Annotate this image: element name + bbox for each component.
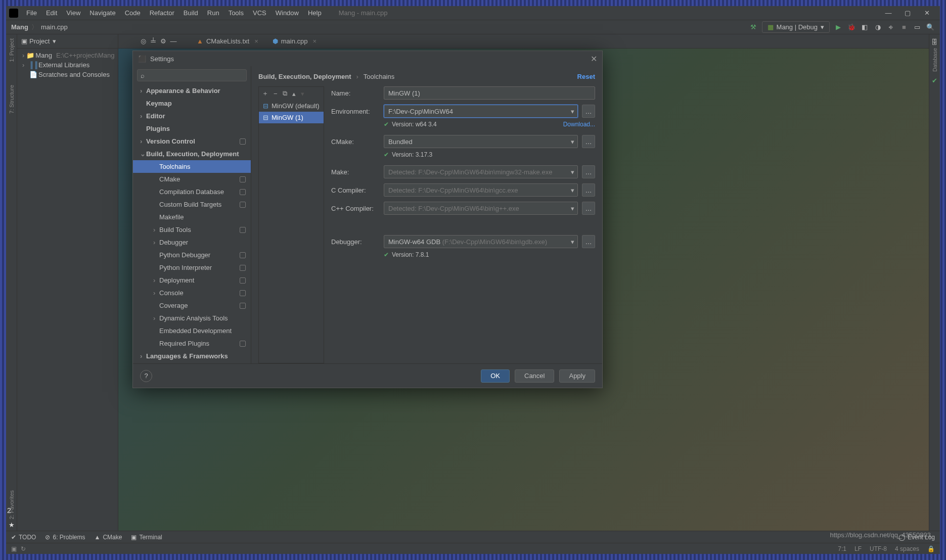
tab-main-cpp[interactable]: ⬢main.cpp× xyxy=(266,35,323,48)
settings-tree-item[interactable]: ›Console xyxy=(133,287,251,299)
reload-icon[interactable]: ↻ xyxy=(21,545,26,552)
minimize-icon[interactable]: — xyxy=(881,8,895,18)
toolchain-item[interactable]: ⊟MinGW (1) xyxy=(259,112,324,123)
apply-button[interactable]: Apply xyxy=(559,369,595,383)
chevron-down-icon[interactable]: ▾ xyxy=(571,168,574,176)
browse-button[interactable]: … xyxy=(582,105,595,118)
cancel-button[interactable]: Cancel xyxy=(515,369,554,383)
database-icon[interactable]: 🗄 xyxy=(931,38,938,46)
gear-icon[interactable]: ⚙ xyxy=(159,37,168,46)
reset-link[interactable]: Reset xyxy=(577,73,595,80)
coverage-icon[interactable]: ◧ xyxy=(860,23,869,32)
chevron-down-icon[interactable]: ▾ xyxy=(53,37,56,45)
make-field[interactable]: Detected: F:\Dev-Cpp\MinGW64\bin\mingw32… xyxy=(384,165,578,178)
readonly-icon[interactable]: 🔒 xyxy=(927,545,935,552)
menu-edit[interactable]: Edit xyxy=(42,8,61,18)
line-sep[interactable]: LF xyxy=(854,545,862,552)
tab-cmakelists[interactable]: ▲CMakeLists.txt× xyxy=(190,35,265,48)
tool-windows-icon[interactable]: ▣ xyxy=(11,545,17,552)
ok-button[interactable]: OK xyxy=(481,369,510,383)
settings-search[interactable]: ⌕ xyxy=(137,69,247,81)
collapse-icon[interactable]: ╧ xyxy=(149,37,158,46)
browse-button[interactable]: … xyxy=(582,235,595,248)
browse-button[interactable]: … xyxy=(582,165,595,178)
cmake-tab[interactable]: ▲ CMake xyxy=(94,534,122,541)
target-icon[interactable]: ◎ xyxy=(139,37,148,46)
settings-tree-item[interactable]: Keymap xyxy=(133,97,251,110)
todo-tab[interactable]: ✔ TODO xyxy=(11,534,36,541)
tool-favorites-tab[interactable]: 2: Favorites xyxy=(9,490,15,519)
settings-tree-item[interactable]: ›Appearance & Behavior xyxy=(133,84,251,97)
close-icon[interactable]: ✕ xyxy=(920,8,934,18)
menu-window[interactable]: Window xyxy=(272,8,303,18)
name-field[interactable]: MinGW (1) xyxy=(384,86,595,100)
dbg-field[interactable]: MinGW-w64 GDB (F:\Dev-Cpp\MinGW64\bin\gd… xyxy=(384,235,578,248)
toolchain-item[interactable]: ⊟MinGW (default) xyxy=(259,100,324,112)
encoding[interactable]: UTF-8 xyxy=(870,545,887,552)
remove-icon[interactable]: − xyxy=(274,90,278,98)
cmake-field[interactable]: Bundled▾ xyxy=(384,135,578,148)
settings-tree-item[interactable]: Required Plugins xyxy=(133,337,251,350)
env-field[interactable]: F:\Dev-Cpp\MinGW64▾ xyxy=(384,105,578,118)
up-icon[interactable]: ▴ xyxy=(292,90,296,98)
chevron-down-icon[interactable]: ▾ xyxy=(571,108,574,115)
stop-icon[interactable]: ■ xyxy=(899,23,909,32)
add-icon[interactable]: ＋ xyxy=(262,89,268,98)
download-link[interactable]: Download... xyxy=(563,121,595,128)
chevron-down-icon[interactable]: ▾ xyxy=(571,238,574,246)
help-button[interactable]: ? xyxy=(140,370,152,382)
breadcrumb-project[interactable]: Mang xyxy=(11,23,28,31)
settings-tree-item[interactable]: Custom Build Targets xyxy=(133,198,251,211)
menu-tools[interactable]: Tools xyxy=(224,8,248,18)
breadcrumb-parent[interactable]: Build, Execution, Deployment xyxy=(258,73,351,80)
settings-tree-item[interactable]: Toolchains xyxy=(133,160,251,173)
menu-code[interactable]: Code xyxy=(121,8,145,18)
down-icon[interactable]: ▾ xyxy=(301,90,304,98)
close-icon[interactable]: × xyxy=(312,37,317,45)
attach-icon[interactable]: ⎆ xyxy=(886,23,895,32)
menu-navigate[interactable]: Navigate xyxy=(85,8,119,18)
external-libs[interactable]: ›║║ External Libraries xyxy=(17,60,118,70)
browse-button[interactable]: … xyxy=(582,135,595,148)
tool-database-tab[interactable]: Database xyxy=(932,48,938,72)
terminal-tab[interactable]: ▣ Terminal xyxy=(131,534,162,541)
chevron-down-icon[interactable]: ▾ xyxy=(571,138,574,146)
browse-button[interactable]: … xyxy=(582,202,595,215)
settings-tree-item[interactable]: ›Languages & Frameworks xyxy=(133,350,251,362)
settings-tree-item[interactable]: Embedded Development xyxy=(133,324,251,337)
tool-structure-tab[interactable]: 7: Structure xyxy=(9,85,15,114)
chevron-down-icon[interactable]: ▾ xyxy=(571,205,574,212)
scratches[interactable]: 📄 Scratches and Consoles xyxy=(17,70,118,79)
settings-tree-item[interactable]: ›Tools xyxy=(133,362,251,363)
debug-icon[interactable]: 🐞 xyxy=(847,23,856,32)
maximize-icon[interactable]: ▢ xyxy=(900,8,915,18)
menu-refactor[interactable]: Refactor xyxy=(146,8,178,18)
menu-view[interactable]: View xyxy=(62,8,84,18)
cxx-field[interactable]: Detected: F:\Dev-Cpp\MinGW64\bin\g++.exe… xyxy=(384,202,578,215)
tool-project-tab[interactable]: 1: Project xyxy=(9,38,15,62)
settings-tree-item[interactable]: Python Debugger xyxy=(133,249,251,261)
menu-build[interactable]: Build xyxy=(179,8,202,18)
run-config-select[interactable]: ▦ Mang | Debug ▾ xyxy=(762,21,830,33)
menu-help[interactable]: Help xyxy=(304,8,326,18)
profile-icon[interactable]: ◑ xyxy=(873,23,882,32)
menu-run[interactable]: Run xyxy=(203,8,223,18)
indent[interactable]: 4 spaces xyxy=(895,545,919,552)
search-input[interactable] xyxy=(147,72,243,79)
problems-tab[interactable]: ⊘ 6: Problems xyxy=(45,534,85,541)
settings-tree-item[interactable]: ›Version Control xyxy=(133,135,251,148)
browse-button[interactable]: … xyxy=(582,183,595,197)
settings-tree-item[interactable]: Coverage xyxy=(133,299,251,312)
run-icon[interactable]: ▶ xyxy=(834,23,843,32)
settings-tree-item[interactable]: ›Build Tools xyxy=(133,223,251,236)
settings-tree-item[interactable]: Python Interpreter xyxy=(133,261,251,274)
settings-tree-item[interactable]: ›Deployment xyxy=(133,274,251,287)
caret-pos[interactable]: 7:1 xyxy=(838,545,846,552)
settings-tree-item[interactable]: ⌄Build, Execution, Deployment xyxy=(133,148,251,160)
project-root[interactable]: ›📁 Mang E:\C++project\Mang xyxy=(17,51,118,60)
hide-icon[interactable]: — xyxy=(169,37,178,46)
settings-tree-item[interactable]: Plugins xyxy=(133,122,251,135)
settings-tree-item[interactable]: ›Dynamic Analysis Tools xyxy=(133,312,251,324)
settings-tree-item[interactable]: Compilation Database xyxy=(133,185,251,198)
breadcrumb-file[interactable]: main.cpp xyxy=(41,23,68,31)
